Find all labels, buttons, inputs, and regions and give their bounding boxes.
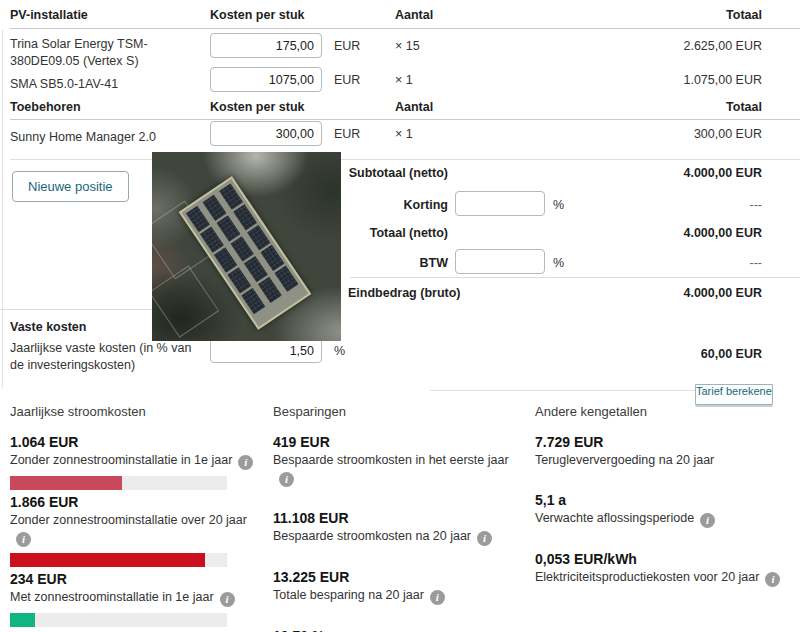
total-netto-label: Totaal (netto) xyxy=(370,226,448,240)
column-header-aantal: Aantal xyxy=(395,8,433,22)
subtotal-value: 4.000,00 EUR xyxy=(683,166,762,180)
stat-value: 7.729 EUR xyxy=(535,434,787,450)
stat-value: 11.108 EUR xyxy=(273,510,525,526)
row-total: 1.075,00 EUR xyxy=(683,73,762,87)
progress-bar-fill xyxy=(10,553,205,567)
column-header-aantal: Aantal xyxy=(395,100,433,114)
new-position-button[interactable]: Nieuwe positie xyxy=(12,171,129,202)
discount-input[interactable] xyxy=(455,191,545,216)
stats-column-besparingen: Besparingen 419 EUR Bespaarde stroomkost… xyxy=(273,404,525,632)
stat-label: Zonder zonnestroominstallatie in 1e jaar xyxy=(10,453,232,467)
info-icon[interactable]: i xyxy=(238,455,253,470)
subtotal-label: Subtotaal (netto) xyxy=(349,166,448,180)
stat-value: 1.064 EUR xyxy=(10,434,262,450)
product-name: Sunny Home Manager 2.0 xyxy=(10,129,205,146)
column-header-totaal: Totaal xyxy=(726,8,762,22)
stats-column-jaarlijkse-stroomkosten: Jaarlijkse stroomkosten 1.064 EUR Zonder… xyxy=(10,404,262,631)
currency-label: EUR xyxy=(334,127,360,141)
currency-label: EUR xyxy=(334,39,360,53)
stat-item: 19,70 % Jaarlijkse winst (IRR)i xyxy=(273,628,525,632)
row-total: 300,00 EUR xyxy=(694,127,762,141)
stat-value: 234 EUR xyxy=(10,571,262,587)
pv-cost-calculator: PV-installatie Kosten per stuk Aantal To… xyxy=(0,0,800,632)
vat-label: BTW xyxy=(420,256,448,270)
pv-module xyxy=(274,265,298,292)
stat-label: Totale besparing na 20 jaar xyxy=(273,588,424,602)
stat-label: Elektriciteitsproductiekosten voor 20 ja… xyxy=(535,570,759,584)
quantity-label: × 1 xyxy=(395,127,413,141)
percent-unit: % xyxy=(553,256,564,270)
quantity-label: × 1 xyxy=(395,73,413,87)
stat-value: 19,70 % xyxy=(273,628,525,632)
total-netto-value: 4.000,00 EUR xyxy=(683,226,762,240)
stat-value: 5,1 a xyxy=(535,492,787,508)
stat-item: 234 EUR Met zonnestroominstallatie in 1e… xyxy=(10,571,262,627)
vat-total: --- xyxy=(750,256,763,270)
stat-item: 7.729 EUR Terugleververgoeding na 20 jaa… xyxy=(535,434,787,469)
stat-item: 11.108 EUR Bespaarde stroomkosten na 20 … xyxy=(273,510,525,546)
info-icon[interactable]: i xyxy=(477,531,492,546)
stat-label: Bespaarde stroomkosten in het eerste jaa… xyxy=(273,453,509,467)
section-header-toebehoren: Toebehoren xyxy=(10,100,81,114)
percent-unit: % xyxy=(553,198,564,212)
calculate-tariff-button-label: Tarief berekenen xyxy=(696,385,772,397)
info-icon[interactable]: i xyxy=(16,532,31,547)
product-name: SMA SB5.0-1AV-41 xyxy=(10,76,205,93)
progress-bar xyxy=(10,613,227,627)
stat-value: 13.225 EUR xyxy=(273,569,525,585)
fixed-costs-header: Vaste kosten xyxy=(10,320,86,334)
final-amount-label: Eindbedrag (bruto) xyxy=(348,286,461,300)
discount-label: Korting xyxy=(404,198,448,212)
fixed-costs-label: Jaarlijkse vaste kosten (in % van de inv… xyxy=(10,340,205,374)
divider xyxy=(0,309,152,310)
stat-item: 0,053 EUR/kWh Elektriciteitsproductiekos… xyxy=(535,551,787,587)
stat-item: 5,1 a Verwachte aflossingsperiodei xyxy=(535,492,787,528)
currency-label: EUR xyxy=(334,73,360,87)
stat-item: 13.225 EUR Totale besparing na 20 jaari xyxy=(273,569,525,605)
column-header-kosten-per-stuk: Kosten per stuk xyxy=(210,8,304,22)
calculate-tariff-button[interactable]: Tarief berekenen xyxy=(695,384,773,405)
progress-bar xyxy=(10,553,227,567)
panel-left-border xyxy=(2,30,3,388)
progress-bar-fill xyxy=(10,613,35,627)
map-parcel-outline xyxy=(152,265,219,337)
stat-label: Zonder zonnestroominstallatie over 20 ja… xyxy=(10,513,247,527)
percent-unit: % xyxy=(334,344,345,358)
info-icon[interactable]: i xyxy=(700,513,715,528)
column-header-kosten-per-stuk: Kosten per stuk xyxy=(210,100,304,114)
info-icon[interactable]: i xyxy=(430,590,445,605)
divider xyxy=(10,159,800,160)
stat-item: 1.866 EUR Zonder zonnestroominstallatie … xyxy=(10,494,262,567)
info-icon[interactable]: i xyxy=(279,472,294,487)
info-icon[interactable]: i xyxy=(220,592,235,607)
product-name: Trina Solar Energy TSM-380DE09.05 (Verte… xyxy=(10,36,205,70)
stat-value: 1.866 EUR xyxy=(10,494,262,510)
progress-bar xyxy=(10,476,227,490)
fixed-costs-input[interactable] xyxy=(210,338,322,363)
discount-total: --- xyxy=(750,198,763,212)
divider xyxy=(10,28,800,29)
stat-label: Met zonnestroominstallatie in 1e jaar xyxy=(10,590,214,604)
stat-label: Verwachte aflossingsperiode xyxy=(535,511,694,525)
price-input-trina[interactable] xyxy=(210,33,322,58)
stat-value: 0,053 EUR/kWh xyxy=(535,551,787,567)
progress-bar-fill xyxy=(10,476,122,490)
divider xyxy=(350,277,800,278)
stat-item: 419 EUR Bespaarde stroomkosten in het ee… xyxy=(273,434,525,487)
stats-column-title: Andere kengetallen xyxy=(535,404,787,419)
fixed-costs-total: 60,00 EUR xyxy=(701,347,762,361)
column-header-totaal: Totaal xyxy=(726,100,762,114)
price-input-sunny-home-manager[interactable] xyxy=(210,121,322,146)
roof-satellite-preview[interactable] xyxy=(152,152,341,341)
stat-value: 419 EUR xyxy=(273,434,525,450)
stat-item: 1.064 EUR Zonder zonnestroominstallatie … xyxy=(10,434,262,490)
info-icon[interactable]: i xyxy=(765,572,780,587)
quantity-label: × 15 xyxy=(395,39,420,53)
divider xyxy=(10,119,800,120)
vat-input[interactable] xyxy=(455,249,545,274)
final-amount-value: 4.000,00 EUR xyxy=(683,286,762,300)
stats-column-title: Jaarlijkse stroomkosten xyxy=(10,404,262,419)
stat-label: Bespaarde stroomkosten na 20 jaar xyxy=(273,529,471,543)
price-input-sma[interactable] xyxy=(210,67,322,92)
column-header-pv-installatie: PV-installatie xyxy=(10,8,88,22)
